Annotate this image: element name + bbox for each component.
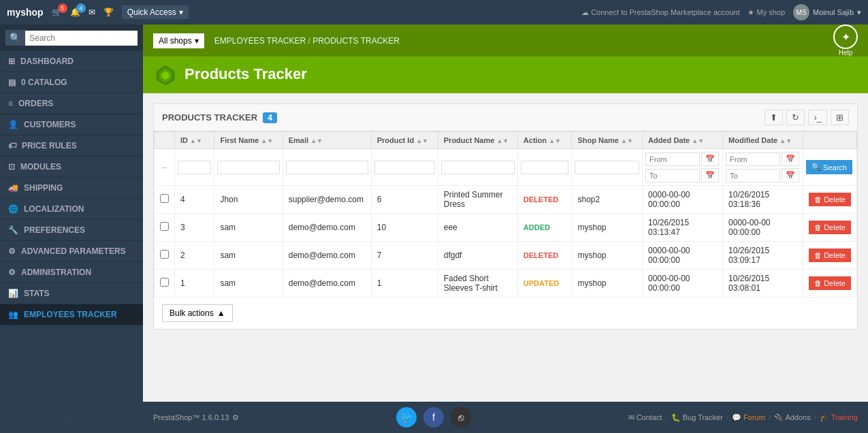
github-icon[interactable]: ⎋ [451,407,471,428]
my-shop-button[interactable]: ★ My shop [748,8,785,17]
row-delete-cell: 🗑 Delete [803,242,857,270]
twitter-icon[interactable]: 🐦 [396,407,417,428]
row-delete-cell: 🗑 Delete [803,186,857,214]
filter-added-to-input[interactable] [645,169,700,182]
administration-icon: ⚙ [8,268,16,277]
breadcrumb-employees-tracker[interactable]: EMPLOYEES TRACKER [214,36,306,46]
row-product-id: 1 [371,270,438,298]
delete-button[interactable]: 🗑 Delete [809,276,851,290]
delete-button[interactable]: 🗑 Delete [809,193,851,206]
filter-product-name-input[interactable] [441,161,515,174]
bell-icon-wrap[interactable]: 🔔 4 [70,7,80,17]
row-first-name: sam [214,270,283,298]
help-button[interactable]: ✦ Help [833,25,858,57]
filter-first-name-input[interactable] [217,161,279,174]
mail-icon-wrap[interactable]: ✉ [89,7,95,17]
footer-social-icons: 🐦 f ⎋ [396,407,471,428]
content-area: PRODUCTS TRACKER 4 ⬆ ↻ ›_ ⊞ [143,93,868,402]
calendar-added-from-button[interactable]: 📅 [701,152,719,166]
sidebar-item-administration[interactable]: ⚙ ADMINISTRATION [0,262,143,283]
sidebar-item-preferences[interactable]: 🔧 PREFERENCES [0,220,143,241]
row-shop-name: myshop [572,242,643,270]
sidebar-item-dashboard[interactable]: ⊞ DASHBOARD [0,51,143,72]
calendar-added-to-button[interactable]: 📅 [701,168,719,182]
row-modified-date: 10/26/2015 03:09:17 [723,242,803,270]
filter-search-button[interactable]: 🔍 Search [806,160,852,174]
calendar-modified-to-button[interactable]: 📅 [782,168,799,182]
trophy-icon-wrap[interactable]: 🏆 [103,7,114,17]
table-title: PRODUCTS TRACKER [162,112,257,123]
col-product-name: Product Name ▲▼ [438,132,517,149]
delete-button[interactable]: 🗑 Delete [809,221,851,234]
row-action: UPDATED [517,270,572,298]
row-id: 3 [175,214,214,242]
row-checkbox[interactable] [160,278,169,287]
facebook-icon[interactable]: f [423,407,444,428]
sidebar-item-employees-tracker[interactable]: 👥 EMPLOYEES TRACKER [0,304,143,325]
sidebar-item-price-rules[interactable]: 🏷 PRICE RULES [0,135,143,157]
filter-added-from-input[interactable] [645,153,700,166]
sidebar-toggle[interactable]: ☰ [0,415,143,433]
row-delete-cell: 🗑 Delete [803,214,857,242]
training-link[interactable]: 🎓 Training [820,413,858,422]
row-modified-date: 10/26/2015 03:08:01 [723,270,803,298]
bug-tracker-link[interactable]: 🐛 Bug Tracker [671,413,723,422]
filter-action-input[interactable] [521,161,569,174]
breadcrumb: EMPLOYEES TRACKER / PRODUCTS TRACKER [214,36,400,46]
quick-access-button[interactable]: Quick Access ▾ [122,5,189,19]
sql-button[interactable]: ›_ [808,110,827,125]
brand-name[interactable]: myshop [7,7,44,18]
filter-shop-name-input[interactable] [575,161,639,174]
row-checkbox[interactable] [160,222,169,231]
export-button[interactable]: ⬆ [765,110,783,125]
sidebar-item-shipping[interactable]: 🚚 SHIPPING [0,178,143,199]
footer: PrestaShop™ 1.6.0.13 ⚙ 🐦 f ⎋ ✉ Contact /… [143,402,868,433]
forum-link[interactable]: 💬 Forum [732,413,765,422]
row-checkbox[interactable] [160,194,169,203]
addons-link[interactable]: 🔌 Addons [774,413,811,422]
filter-modified-from-input[interactable] [726,153,780,166]
cart-badge: 5 [58,3,67,13]
logo-icon [153,62,178,86]
sidebar-item-customers[interactable]: 👤 CUSTOMERS [0,114,143,135]
stats-icon: 📊 [8,289,18,298]
sidebar-item-stats[interactable]: 📊 STATS [0,283,143,304]
cart-icon-wrap[interactable]: 🛒 5 [52,7,62,17]
filter-modified-to-input[interactable] [726,169,780,182]
columns-button[interactable]: ⊞ [831,110,849,125]
contact-link[interactable]: ✉ Contact [628,413,662,422]
refresh-button[interactable]: ↻ [786,110,805,125]
bulk-actions-button[interactable]: Bulk actions ▲ [162,304,233,322]
row-checkbox-cell [155,270,175,298]
calendar-modified-from-button[interactable]: 📅 [782,152,799,166]
row-product-name: dfgdf [438,242,517,270]
user-menu[interactable]: MS Moinul Sajib ▾ [793,4,861,20]
sidebar-item-modules[interactable]: ⊡ MODULES [0,157,143,178]
sidebar-item-catalog[interactable]: ▤ 0 CATALOG [0,72,143,93]
sidebar-item-label: PREFERENCES [24,225,85,235]
breadcrumb-products-tracker[interactable]: PRODUCTS TRACKER [312,36,400,46]
filter-id-input[interactable] [178,161,211,174]
row-checkbox[interactable] [160,250,169,259]
row-modified-date: 10/26/2015 03:18:36 [723,186,803,214]
sidebar-search-bar: 🔍 [0,25,143,51]
filter-product-id-input[interactable] [374,161,435,174]
shop-dropdown-button[interactable]: All shops ▾ [153,33,204,48]
col-id: ID ▲▼ [175,132,214,149]
sidebar-item-advanced-parameters[interactable]: ⚙ ADVANCED PARAMETERS [0,241,143,262]
row-email: supplier@demo.com [283,186,371,214]
sidebar-item-orders[interactable]: ≡ ORDERS [0,93,143,114]
sidebar-search-button[interactable]: 🔍 [5,30,25,46]
filter-email-input[interactable] [286,161,368,174]
settings-icon[interactable]: ⚙ [232,413,239,422]
row-added-date: 10/26/2015 03:13:47 [643,214,723,242]
delete-button[interactable]: 🗑 Delete [809,248,851,262]
table-card-header: PRODUCTS TRACKER 4 ⬆ ↻ ›_ ⊞ [154,104,857,131]
sidebar-item-localization[interactable]: 🌐 LOCALIZATION [0,199,143,220]
connect-marketplace-button[interactable]: ☁ Connect to PrestaShop Marketplace acco… [581,8,739,17]
col-checkbox [155,132,175,149]
search-input[interactable] [25,31,138,46]
row-email: demo@demo.com [283,270,371,298]
page-header: Products Tracker [143,57,868,93]
col-first-name: First Name ▲▼ [214,132,283,149]
